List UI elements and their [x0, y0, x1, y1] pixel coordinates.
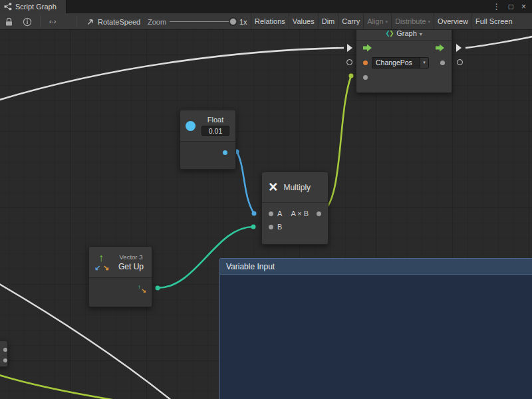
node-float-literal[interactable]: Float 0.01: [180, 110, 236, 170]
dropdown-value: ChangePos: [372, 58, 420, 68]
group-variable-input[interactable]: Variable Input: [219, 258, 532, 399]
toolbar-separator: [40, 15, 41, 27]
script-graph-icon: [4, 3, 12, 11]
chevron-down-icon: ▾: [420, 32, 422, 37]
node-title: Graph: [396, 30, 417, 37]
window-titlebar: Script Graph ⋮ □ ×: [0, 0, 532, 13]
output-port[interactable]: [317, 211, 321, 216]
tab-label: Script Graph: [15, 3, 57, 11]
value-port-row: [356, 70, 452, 84]
unity-script-graph-window: Script Graph ⋮ □ × ‹∙› RotateSpeed Zoom: [0, 0, 532, 399]
float-type-icon: [186, 121, 196, 131]
node-multiply[interactable]: × Multiply A A × B B: [261, 172, 329, 245]
zoom-slider[interactable]: [170, 21, 234, 22]
close-icon[interactable]: ×: [521, 3, 526, 11]
flow-output-port[interactable]: [436, 44, 445, 52]
graph-toolbar: ‹∙› RotateSpeed Zoom 1x Relations Values…: [0, 13, 532, 30]
chevron-down-icon: ▾: [420, 58, 428, 68]
overview-button[interactable]: Overview: [434, 13, 471, 29]
vector3-mini-icon[interactable]: ↑ ↘: [136, 284, 147, 295]
align-button[interactable]: Align ▾: [363, 13, 391, 29]
unconnected-port-ring[interactable]: [346, 59, 352, 65]
port-row-b: B: [262, 220, 328, 233]
flow-port-row: [356, 41, 452, 55]
value-output-port[interactable]: [440, 61, 445, 65]
graph-canvas[interactable]: Variable Input: [0, 30, 532, 399]
node-header[interactable]: Float 0.01: [180, 110, 235, 142]
value-port-row: ChangePos ▾: [356, 55, 452, 70]
graph-reference[interactable]: RotateSpeed: [86, 13, 140, 30]
float-value-input[interactable]: 0.01: [201, 126, 229, 136]
flow-wire-arrow: [456, 44, 462, 52]
carry-button[interactable]: Carry: [338, 13, 363, 29]
group-title: Variable Input: [226, 262, 275, 271]
value-input-port[interactable]: [363, 75, 368, 80]
node-port-section: ↑ ↘: [89, 278, 152, 307]
code-view-icon[interactable]: ‹∙›: [49, 17, 56, 25]
input-port-a[interactable]: [269, 211, 273, 216]
port-dot[interactable]: [3, 358, 7, 362]
vector3-icon: ↑ ↙ ↘: [94, 251, 111, 273]
graph-name: RotateSpeed: [98, 18, 140, 26]
wire-endpoint: [251, 225, 256, 229]
lock-icon[interactable]: [5, 17, 13, 27]
graph-chevrons-icon: [386, 30, 394, 37]
flow-wire-arrow: [347, 44, 352, 52]
float-output-port[interactable]: [223, 150, 227, 155]
port-label-a: A: [277, 209, 282, 217]
wire-float-to-multiply-a[interactable]: [237, 152, 254, 213]
zoom-label: Zoom: [148, 18, 166, 26]
changepos-dropdown[interactable]: ChangePos ▾: [372, 57, 429, 68]
node-title: Float: [207, 116, 223, 124]
node-title: Multiply: [283, 183, 311, 192]
distribute-button[interactable]: Distribute ▾: [391, 13, 434, 29]
toolbar-buttons: Relations Values Dim Carry Align ▾ Distr…: [251, 13, 532, 29]
fullscreen-button[interactable]: Full Screen: [471, 13, 516, 29]
info-icon[interactable]: [23, 17, 32, 27]
flow-input-port[interactable]: [363, 44, 372, 52]
wire-bottom-green[interactable]: [0, 374, 137, 399]
chevron-down-icon: ▾: [428, 19, 431, 25]
group-header[interactable]: Variable Input: [220, 259, 532, 275]
zoom-value: 1x: [239, 18, 247, 26]
node-header[interactable]: ↑ ↙ ↘ Vector 3 Get Up: [89, 247, 152, 278]
values-button[interactable]: Values: [289, 13, 318, 29]
multiply-icon: ×: [269, 180, 277, 195]
graph-arrow-icon: [86, 18, 94, 26]
node-header[interactable]: Graph ▾: [356, 30, 452, 41]
node-get-up[interactable]: ↑ ↙ ↘ Vector 3 Get Up ↑ ↘: [88, 246, 152, 307]
wire-flow-incoming[interactable]: [0, 48, 344, 102]
port-dot[interactable]: [3, 348, 7, 352]
wire-endpoint: [252, 211, 257, 216]
zoom-slider-knob[interactable]: [229, 18, 237, 25]
port-label-output: A × B: [291, 209, 309, 217]
unconnected-port-ring[interactable]: [457, 59, 463, 65]
wire-endpoint: [349, 74, 354, 78]
node-partial-left[interactable]: [0, 340, 8, 367]
dim-button[interactable]: Dim: [318, 13, 338, 29]
input-port-b[interactable]: [269, 225, 273, 229]
window-controls: ⋮ □ ×: [493, 0, 532, 13]
node-changepos-event[interactable]: Graph ▾ ChangePos ▾: [356, 30, 452, 93]
value-input-port[interactable]: [363, 61, 368, 65]
wire-flow-outgoing[interactable]: [466, 36, 532, 48]
port-label-b: B: [277, 223, 282, 231]
tab-script-graph[interactable]: Script Graph: [0, 0, 66, 13]
node-port-section: [180, 142, 235, 169]
toolbar-separator: [76, 15, 76, 27]
relations-button[interactable]: Relations: [251, 13, 289, 29]
port-row-a: A A × B: [262, 207, 328, 220]
node-header[interactable]: × Multiply: [262, 172, 328, 203]
chevron-down-icon: ▾: [386, 19, 388, 25]
wire-endpoint: [156, 286, 160, 291]
maximize-icon[interactable]: □: [509, 3, 513, 11]
node-title: Get Up: [118, 262, 144, 271]
node-type-label: Vector 3: [120, 253, 143, 261]
menu-icon[interactable]: ⋮: [493, 3, 501, 11]
